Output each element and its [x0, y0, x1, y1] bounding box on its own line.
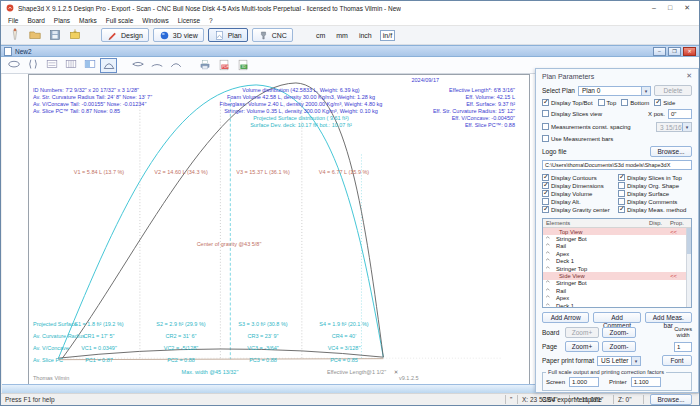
board-dim-tool[interactable]: [43, 58, 60, 73]
unit-inch[interactable]: inch: [356, 30, 375, 41]
add-meas-bar-button[interactable]: Add Meas. bar: [645, 312, 692, 323]
doc-restore-icon[interactable]: ❐: [668, 47, 681, 56]
print-tool[interactable]: [196, 58, 213, 73]
document-tab[interactable]: New2: [15, 48, 32, 55]
element-row-stringer-bot[interactable]: Stringer Bot: [543, 235, 691, 242]
3d-view-view-button[interactable]: 3D view: [153, 28, 204, 42]
checkbox-display-surface[interactable]: Display Surface: [618, 190, 692, 197]
plan-canvas[interactable]: 2024/09/17 ID Numbers: 7'2 9/32" x 20 17…: [28, 74, 530, 386]
checkbox-display-meas-method[interactable]: ✓Display Meas. method: [618, 206, 692, 213]
checkbox-bottom[interactable]: Bottom: [621, 99, 649, 106]
element-group-side-view[interactable]: Side View<<: [543, 272, 691, 279]
design-view-button[interactable]: Design: [101, 28, 149, 42]
element-row-rail[interactable]: Rail: [543, 243, 691, 250]
plan-view-button[interactable]: Plan: [208, 28, 248, 42]
measure-value: S1 = 1.8 ft² (19.2 %): [54, 321, 144, 327]
open-button[interactable]: [26, 28, 43, 43]
checkbox-side[interactable]: ✓Side: [654, 99, 675, 106]
menu-item-full-scale[interactable]: Full scale: [106, 17, 133, 24]
board-zoom-out-button[interactable]: Zoom-: [602, 327, 636, 338]
doc-minimize-icon[interactable]: –: [653, 47, 666, 56]
collapse-arrows[interactable]: <<: [670, 273, 677, 279]
elements-scrollbar[interactable]: [686, 228, 691, 307]
export-3d-tool[interactable]: 3D: [234, 58, 251, 73]
checkbox-use-measurement-bars-label: Use Measurement bars: [551, 136, 613, 142]
font-button[interactable]: Font: [662, 355, 692, 366]
measure-value: CR2 = 31' 6": [136, 333, 226, 339]
element-label: Stringer Bot: [556, 236, 587, 242]
close-icon[interactable]: ✕: [684, 4, 690, 12]
export-button[interactable]: [66, 28, 83, 43]
checkbox-display-dimensions[interactable]: ✓Display Dimensions: [542, 182, 616, 189]
board-slices-tool[interactable]: [62, 58, 79, 73]
doc-close-icon[interactable]: ✕: [683, 47, 696, 56]
select-plan-combo[interactable]: Plan 0 ▾: [578, 86, 651, 96]
element-row-apex[interactable]: Apex: [543, 295, 691, 302]
add-arrow-button[interactable]: Add Arrow: [542, 312, 589, 323]
cnc-view-button[interactable]: CNC: [252, 28, 293, 42]
checkbox-display-top-bot[interactable]: ✓Display Top/Bot: [542, 99, 593, 106]
plan-view-tool[interactable]: [100, 58, 117, 73]
checkbox-display-org-shape[interactable]: Display Org. Shape: [618, 182, 692, 189]
menu-item-file[interactable]: File: [8, 17, 18, 24]
deck-tool[interactable]: [167, 58, 184, 73]
checkbox-display-volume[interactable]: ✓Display Volume: [542, 190, 616, 197]
element-label: Apex: [556, 251, 569, 257]
maximize-icon[interactable]: □: [668, 4, 672, 12]
element-row-stringer-top[interactable]: Stringer Top: [543, 265, 691, 272]
menu-item-marks[interactable]: Marks: [79, 17, 97, 24]
menu-item-[interactable]: ?: [209, 17, 213, 24]
export-icon: [68, 28, 82, 42]
element-row-deck-1[interactable]: Deck 1: [543, 258, 691, 265]
checkbox-measurements-const-spacing[interactable]: Measurements const. spacing: [542, 123, 631, 130]
measure-value: VC3 = -3/64": [218, 345, 308, 351]
page-zoom-in-button[interactable]: Zoom+: [565, 341, 599, 352]
menu-item-windows[interactable]: Windows: [142, 17, 168, 24]
slices-tool[interactable]: [24, 58, 41, 73]
checkbox-display-slices-in-top[interactable]: ✓Display Slices in Top: [618, 174, 692, 181]
logo-path-input[interactable]: C:\Users\thoma\Documents\S3d models\Shap…: [542, 160, 692, 170]
unit-mm[interactable]: mm: [333, 30, 351, 41]
checkbox-display-slices-view[interactable]: Display Slices view: [542, 110, 602, 117]
checkbox-use-measurement-bars[interactable]: Use Measurement bars: [542, 135, 613, 142]
printer-factor-input[interactable]: 1.100: [631, 377, 661, 387]
logo-browse-button[interactable]: Browse...: [650, 146, 692, 157]
element-group-top-view[interactable]: Top View<<: [543, 228, 691, 235]
board-fill-tool[interactable]: [81, 58, 98, 73]
xpos-input[interactable]: 0": [668, 109, 692, 119]
menu-item-license[interactable]: License: [178, 17, 200, 24]
menu-item-board[interactable]: Board: [27, 17, 44, 24]
collapse-arrows[interactable]: <<: [670, 229, 677, 235]
delete-plan-button[interactable]: Delete: [654, 85, 692, 96]
minimize-icon[interactable]: –: [652, 4, 656, 12]
csv-browse-button[interactable]: Browse...: [650, 394, 692, 405]
unit-in-f[interactable]: in/f: [380, 30, 395, 41]
element-row-deck-1[interactable]: Deck 1: [543, 302, 691, 308]
element-row-rail[interactable]: Rail: [543, 287, 691, 294]
checkbox-display-comments[interactable]: Display Comments: [618, 198, 692, 205]
board-zoom-in-button[interactable]: Zoom+: [565, 327, 599, 338]
page-zoom-out-button[interactable]: Zoom-: [602, 341, 636, 352]
screen-factor-input[interactable]: 1.000: [569, 377, 599, 387]
new-board-button[interactable]: [6, 28, 23, 43]
add-comment-button[interactable]: Add Comment: [593, 312, 640, 323]
curves-width-input[interactable]: 1: [674, 342, 692, 352]
element-row-stringer-bot[interactable]: Stringer Bot: [543, 280, 691, 287]
export-pdf-tool[interactable]: PDF: [215, 58, 232, 73]
save-button[interactable]: [46, 28, 63, 43]
panel-close-icon[interactable]: ✕: [686, 72, 692, 80]
lens-tool[interactable]: [129, 58, 146, 73]
menu-item-plans[interactable]: Plans: [54, 17, 70, 24]
rocker-tool[interactable]: [148, 58, 165, 73]
spacing-combo[interactable]: 3 15/16" ▾: [656, 122, 692, 132]
element-row-apex[interactable]: Apex: [543, 250, 691, 257]
unit-cm[interactable]: cm: [313, 30, 328, 41]
elements-list[interactable]: Elements Disp. Prop. Top View<<Stringer …: [542, 218, 692, 308]
paper-format-combo[interactable]: US Letter ▾: [597, 356, 641, 366]
board-zoom-label: Board: [542, 329, 562, 336]
outline-tool[interactable]: [5, 58, 22, 73]
checkbox-top[interactable]: Top: [598, 99, 617, 106]
checkbox-display-contours[interactable]: ✓Display Contours: [542, 174, 616, 181]
checkbox-display-gravity-center[interactable]: ✓Display Gravity center: [542, 206, 616, 213]
checkbox-display-alt[interactable]: Display Alt.: [542, 198, 616, 205]
